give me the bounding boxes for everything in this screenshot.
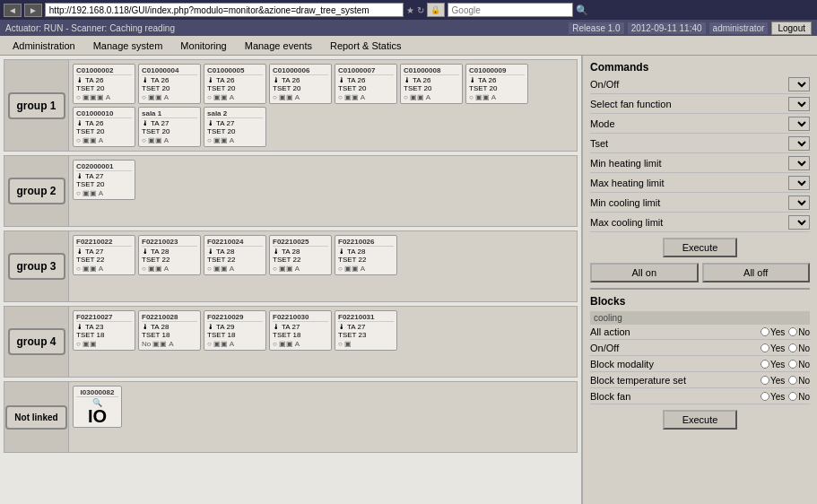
cmd-maxheat-select[interactable] — [788, 176, 810, 190]
device-C01000006[interactable]: C01000006 🌡 TA 26 TSET 20 ○ ▣▣ A — [269, 64, 332, 104]
search-input[interactable] — [448, 3, 573, 17]
device-F02210029[interactable]: F02210029 🌡 TA 29 TSET 18 ○ ▣▣ A — [204, 310, 266, 351]
device-C01000010[interactable]: C01000010 🌡 TA 26 TSET 20 ○ ▣▣ A — [73, 107, 135, 147]
group-row-3: group 3 F02210022 🌡 TA 27 TSET 22 ○ ▣▣ A… — [4, 230, 578, 302]
device-sala1[interactable]: sala 1 🌡 TA 27 TSET 20 ○ ▣▣ A — [138, 107, 201, 147]
group-3-content: F02210022 🌡 TA 27 TSET 22 ○ ▣▣ A F022100… — [69, 231, 577, 301]
cmd-maxcool-select[interactable] — [788, 215, 810, 230]
url-input[interactable] — [45, 3, 404, 17]
block-onoff-no-radio[interactable] — [788, 343, 797, 352]
block-modality-no-label: No — [788, 360, 810, 369]
cmd-row-maxcool: Max cooling limit — [590, 215, 810, 232]
block-fan-yes-radio[interactable] — [761, 392, 769, 401]
block-allaction-yes-label: Yes — [761, 327, 785, 337]
not-linked-content: I03000082 🔍 IO — [69, 382, 577, 452]
commands-execute-button[interactable]: Execute — [663, 238, 738, 257]
block-row-fan: Block fan Yes No — [590, 391, 810, 404]
all-buttons-row: All on All off — [590, 263, 810, 282]
commands-section: Commands On/Off Select fan function Mode… — [590, 61, 810, 257]
menu-bar: Administration Manage system Monitoring … — [0, 36, 817, 56]
cmd-onoff-select[interactable] — [788, 77, 810, 91]
menu-item-manage-events[interactable]: Manage events — [236, 39, 321, 53]
not-linked-label-area: Not linked — [4, 382, 69, 452]
menu-item-manage-system[interactable]: Manage system — [84, 39, 172, 53]
block-row-onoff: On/Off Yes No — [590, 343, 810, 356]
cmd-row-maxheat: Max heating limit — [590, 176, 810, 193]
device-F02210026[interactable]: F02210026 🌡 TA 28 TSET 22 ○ ▣▣ A — [335, 235, 397, 275]
cmd-row-mode: Mode — [590, 117, 810, 134]
block-tempset-yes-radio[interactable] — [761, 376, 769, 385]
block-tempset-no-radio[interactable] — [788, 376, 797, 385]
block-allaction-no-radio[interactable] — [788, 327, 797, 336]
cmd-tset-select[interactable] — [788, 136, 810, 151]
group-1-content: C01000002 🌡 TA 26 TSET 20 ○ ▣▣▣ A C01000… — [69, 60, 577, 151]
group-4-button[interactable]: group 4 — [8, 328, 65, 355]
device-F02210025[interactable]: F02210025 🌡 TA 28 TSET 22 ○ ▣▣ A — [269, 235, 332, 275]
block-onoff-yes-radio[interactable] — [761, 343, 769, 352]
cmd-row-tset: Tset — [590, 136, 810, 153]
forward-button[interactable]: ► — [24, 4, 42, 17]
device-C01000005[interactable]: C01000005 🌡 TA 26 TSET 20 ○ ▣▣ A — [204, 64, 266, 104]
block-modality-no-radio[interactable] — [788, 360, 797, 369]
device-C01000008[interactable]: C01000008 🌡 TA 26 TSET 20 ○ ▣▣ A — [400, 64, 463, 104]
group-2-button[interactable]: group 2 — [8, 178, 65, 204]
cmd-minheat-select[interactable] — [788, 156, 810, 170]
blocks-execute-button[interactable]: Execute — [663, 410, 738, 430]
cmd-fan-label: Select fan function — [590, 99, 672, 109]
block-fan-no-radio[interactable] — [788, 392, 797, 401]
status-bar: Actuator: RUN - Scanner: Caching reading… — [0, 20, 817, 36]
group-1-label-area: group 1 — [4, 60, 69, 151]
device-F02210022[interactable]: F02210022 🌡 TA 27 TSET 22 ○ ▣▣ A — [73, 235, 135, 275]
not-linked-button[interactable]: Not linked — [5, 405, 66, 430]
blocks-title: Blocks — [590, 295, 810, 308]
cmd-mode-select[interactable] — [788, 117, 810, 131]
block-fan-no-label: No — [788, 392, 810, 402]
user-label: administrator — [709, 22, 769, 34]
cmd-maxcool-label: Max cooling limit — [590, 217, 663, 228]
block-modality-yes-radio[interactable] — [761, 360, 769, 369]
group-3-button[interactable]: group 3 — [8, 253, 65, 280]
device-C01000002[interactable]: C01000002 🌡 TA 26 TSET 20 ○ ▣▣▣ A — [73, 64, 135, 104]
block-row-tempset: Block temperature set Yes No — [590, 375, 810, 388]
block-onoff-yes-label: Yes — [761, 343, 785, 353]
cmd-tset-label: Tset — [590, 138, 608, 149]
cmd-row-mincool: Min cooling limit — [590, 196, 810, 213]
menu-item-monitoring[interactable]: Monitoring — [171, 39, 235, 53]
all-on-button[interactable]: All on — [590, 263, 699, 282]
device-F02210028[interactable]: F02210028 🌡 TA 28 TSET 18 No ▣▣ A — [138, 310, 201, 351]
block-allaction-radios: Yes No — [761, 327, 810, 337]
block-row-modality: Block modality Yes No — [590, 359, 810, 372]
device-C01000009[interactable]: C01000009 🌡 TA 26 TSET 20 ○ ▣▣ A — [465, 64, 528, 104]
menu-item-report[interactable]: Report & Statics — [321, 39, 410, 53]
device-F02210024[interactable]: F02210024 🌡 TA 28 TSET 22 ○ ▣▣ A — [204, 235, 266, 275]
cmd-mincool-select[interactable] — [788, 196, 810, 210]
cmd-onoff-label: On/Off — [590, 79, 619, 90]
device-sala2[interactable]: sala 2 🌡 TA 27 TSET 20 ○ ▣▣ A — [204, 107, 266, 147]
block-allaction-label: All action — [590, 326, 630, 337]
block-modality-radios: Yes No — [761, 360, 810, 369]
cmd-row-onoff: On/Off — [590, 77, 810, 94]
device-F02210030[interactable]: F02210030 🌡 TA 27 TSET 18 ○ ▣▣ A — [269, 310, 332, 351]
browser-icon: 🔒 — [430, 5, 440, 14]
status-text: Actuator: RUN - Scanner: Caching reading — [5, 23, 175, 33]
all-off-button[interactable]: All off — [702, 263, 811, 282]
block-modality-yes-label: Yes — [761, 360, 785, 369]
device-F02210027[interactable]: F02210027 🌡 TA 23 TSET 18 ○ ▣▣ — [73, 310, 135, 351]
left-panel: group 1 C01000002 🌡 TA 26 TSET 20 ○ ▣▣▣ … — [0, 56, 582, 504]
group-1-button[interactable]: group 1 — [8, 92, 65, 119]
device-F02210023[interactable]: F02210023 🌡 TA 28 TSET 22 ○ ▣▣ A — [138, 235, 201, 275]
cmd-fan-select[interactable] — [788, 97, 810, 111]
logout-button[interactable]: Logout — [771, 22, 812, 35]
menu-item-administration[interactable]: Administration — [4, 39, 84, 53]
device-C01000007[interactable]: C01000007 🌡 TA 26 TSET 20 ○ ▣▣ A — [335, 64, 397, 104]
block-onoff-no-label: No — [788, 343, 810, 353]
cooling-bar: cooling — [590, 311, 810, 325]
back-button[interactable]: ◄ — [4, 4, 22, 17]
block-allaction-yes-radio[interactable] — [761, 327, 769, 336]
device-F02210031[interactable]: F02210031 🌡 TA 27 TSET 23 ○ ▣ — [335, 310, 397, 351]
block-fan-label: Block fan — [590, 391, 630, 402]
block-onoff-label: On/Off — [590, 343, 619, 353]
device-C01000004[interactable]: C01000004 🌡 TA 26 TSET 20 ○ ▣▣ A — [138, 64, 201, 104]
device-C02000001[interactable]: C02000001 🌡 TA 27 TSET 20 ○ ▣▣ A — [73, 160, 135, 200]
device-IO[interactable]: I03000082 🔍 IO — [73, 386, 122, 428]
